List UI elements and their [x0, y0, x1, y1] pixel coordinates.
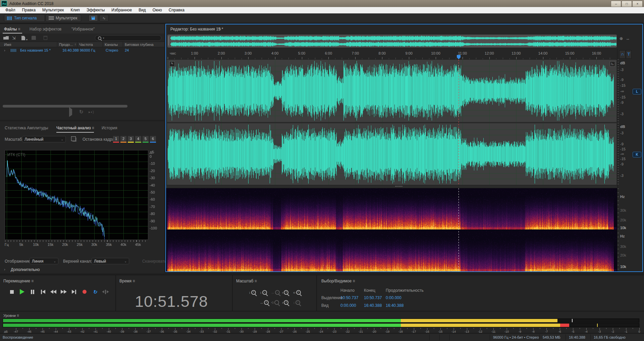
new-file-icon[interactable]: [21, 36, 25, 40]
show-waveform-button[interactable]: [89, 15, 98, 21]
zoom-button-r1-4[interactable]: ‹+: [282, 290, 288, 295]
menu-Эффекты[interactable]: Эффекты: [83, 7, 108, 13]
hold-button-6[interactable]: 6: [150, 136, 156, 143]
hold-button-2[interactable]: 2: [120, 136, 126, 143]
overview-zoom-icon[interactable]: ⊕: [620, 36, 623, 41]
column-header-2[interactable]: Продо...: [59, 43, 73, 47]
column-header-1[interactable]: Имя: [4, 43, 11, 47]
column-header-4[interactable]: Каналы: [105, 43, 118, 47]
column-header-3[interactable]: Частота: [79, 43, 93, 47]
menu-Вид[interactable]: Вид: [135, 7, 149, 13]
files-horizontal-scrollbar[interactable]: [3, 105, 127, 108]
play-button[interactable]: [18, 289, 26, 295]
column-header-5[interactable]: Битовая глубина: [125, 43, 154, 47]
tab-files[interactable]: Файлы ≡: [4, 27, 20, 31]
selection-view-panel-menu-icon[interactable]: ≡: [353, 279, 355, 283]
waveform-canvas[interactable]: [167, 60, 616, 185]
zoom-button-r1-5[interactable]: ‹›+: [293, 290, 301, 295]
go-to-start-button[interactable]: [39, 289, 47, 295]
frequency-graph-canvas[interactable]: [5, 150, 148, 240]
menu-Избранное[interactable]: Избранное: [108, 7, 135, 13]
tab-amplitude-statistics[interactable]: Статистика Амплитуды: [5, 126, 48, 130]
selection-value[interactable]: 0:00.000: [340, 303, 356, 308]
open-file-icon[interactable]: [3, 36, 9, 40]
maximize-button[interactable]: □: [622, 1, 632, 7]
files-loop-icon[interactable]: ↻: [79, 109, 84, 114]
top-channel-dropdown[interactable]: Левый⌄: [92, 258, 129, 264]
tab-effects-rack[interactable]: Набор эффектов: [30, 27, 61, 31]
hold-button-3[interactable]: 3: [128, 136, 134, 143]
zoom-button-r1-2[interactable]: ↕−: [260, 290, 267, 295]
sort-ascending-icon[interactable]: ↑: [74, 43, 76, 46]
files-search-input[interactable]: ▾: [95, 35, 161, 41]
files-autoplay-speaker-icon[interactable]: ▸◖): [89, 110, 94, 114]
selection-value[interactable]: 0:00.000: [386, 295, 401, 300]
channel-badge-K[interactable]: K: [633, 152, 641, 157]
fast-forward-button[interactable]: [59, 289, 68, 295]
time-panel-menu-icon[interactable]: ≡: [132, 279, 135, 283]
overview-pan-icon[interactable]: ↔: [626, 36, 630, 41]
record-button[interactable]: [80, 289, 89, 295]
save-file-icon[interactable]: [32, 36, 36, 40]
new-file-dropdown-icon[interactable]: ▾: [26, 38, 28, 41]
splitter-handle-icon[interactable]: ••••••: [395, 185, 403, 188]
view-waveform-button[interactable]: Тип сигнала: [4, 14, 45, 22]
selection-value[interactable]: 16:40.388: [386, 303, 404, 308]
channel-badge-L[interactable]: L: [633, 89, 641, 94]
frequency-panel-menu-icon[interactable]: ≡: [92, 126, 94, 130]
transport-panel-menu-icon[interactable]: ≡: [31, 279, 34, 283]
zoom-button-r1-1[interactable]: ↕+: [249, 290, 256, 295]
file-row[interactable]: ›Без названия 15 *16:40.38896000 ГцСтере…: [0, 48, 164, 53]
editor-panel-menu-icon[interactable]: ≡: [219, 27, 221, 31]
skip-selection-button[interactable]: [101, 289, 110, 295]
zoom-button-r2-3[interactable]: ›+: [282, 300, 288, 305]
scan-button[interactable]: Сканировать: [142, 259, 166, 264]
files-panel-menu-icon[interactable]: ≡: [18, 27, 20, 31]
selection-value[interactable]: 10:50.737: [340, 295, 358, 300]
import-file-icon[interactable]: ⇲: [12, 36, 16, 41]
menu-Файл[interactable]: Файл: [2, 7, 19, 13]
zoom-button-r1-3[interactable]: ↔−: [271, 290, 280, 295]
advanced-expander-chevron[interactable]: ›: [4, 267, 5, 271]
levels-panel-menu-icon[interactable]: ≡: [17, 313, 19, 318]
menu-Правка[interactable]: Правка: [19, 7, 39, 13]
close-button[interactable]: ×: [632, 1, 643, 7]
loop-playback-button[interactable]: ↻: [91, 289, 99, 295]
menu-Клип[interactable]: Клип: [67, 7, 83, 13]
copy-graph-icon[interactable]: [71, 136, 76, 141]
display-dropdown[interactable]: Линия⌄: [30, 258, 58, 264]
zoom-panel-menu-icon[interactable]: ≡: [255, 279, 257, 283]
zoom-button-r2-4[interactable]: ↕+: [293, 300, 300, 305]
hold-button-5[interactable]: 5: [143, 136, 149, 143]
view-multitrack-button[interactable]: Мультитрек: [46, 14, 81, 22]
rewind-button[interactable]: [49, 289, 58, 295]
waveform-edit-corner-right-icon[interactable]: ◺: [610, 61, 615, 67]
go-to-end-button[interactable]: [70, 289, 78, 295]
pin-playhead-icon[interactable]: ⊤: [626, 50, 632, 59]
menu-Мультитрек[interactable]: Мультитрек: [39, 7, 67, 13]
hold-button-4[interactable]: 4: [135, 136, 141, 143]
overview-waveform-canvas[interactable]: [170, 35, 616, 47]
spectrogram-canvas[interactable]: [167, 188, 616, 271]
files-play-icon[interactable]: [69, 109, 72, 115]
pause-button[interactable]: [28, 289, 37, 295]
menu-Окно[interactable]: Окно: [149, 7, 165, 13]
advanced-expander-label[interactable]: Дополнительно: [11, 267, 40, 272]
loop-playback-toggle-icon[interactable]: ∩: [619, 50, 626, 59]
overview-grip[interactable]: [168, 36, 169, 46]
tab-favorites[interactable]: "Избранное": [71, 27, 95, 31]
selection-value[interactable]: 10:50.737: [364, 295, 382, 300]
minimize-button[interactable]: –: [611, 1, 621, 7]
hold-button-1[interactable]: 1: [113, 136, 119, 143]
zoom-button-r2-2[interactable]: ⟲: [271, 300, 279, 305]
selection-value[interactable]: 16:40.388: [364, 303, 382, 308]
menu-Справка[interactable]: Справка: [165, 7, 188, 13]
waveform-edit-corner-icon[interactable]: ✎: [169, 61, 175, 67]
show-spectral-button[interactable]: ∿: [99, 15, 109, 21]
time-display[interactable]: 10:51.578: [116, 292, 227, 311]
delete-file-icon[interactable]: [44, 36, 47, 40]
tab-frequency-analysis[interactable]: Частотный анализ ≡: [56, 126, 94, 130]
zoom-button-r2-1[interactable]: ↔+: [260, 300, 269, 305]
stop-button[interactable]: [7, 289, 16, 295]
scale-dropdown[interactable]: Линейный⌄: [22, 136, 66, 142]
